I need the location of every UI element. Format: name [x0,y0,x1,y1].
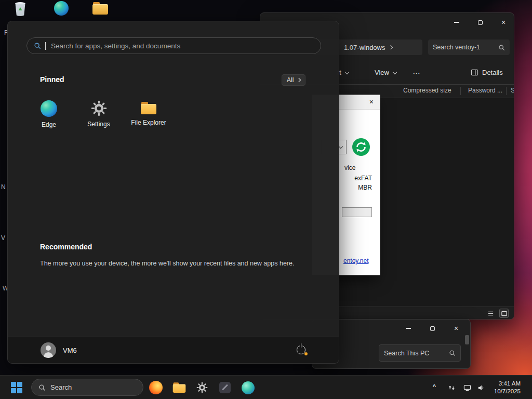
pinned-heading: Pinned [40,75,64,84]
ventoy-website-link[interactable]: entoy.net [343,257,368,264]
progress-bar [342,207,372,217]
gear-icon [196,382,208,393]
device-label-fragment: vice [344,164,355,171]
recycle-bin-glyph [12,0,28,18]
details-button[interactable]: Details [471,69,503,76]
column-divider[interactable] [460,87,461,95]
details-view-toggle-icon[interactable] [486,309,495,318]
maximize-icon [430,326,435,331]
recommended-empty-text: The more you use your device, the more w… [40,260,305,267]
close-button[interactable]: × [496,15,511,30]
tray-network-icon[interactable] [463,383,471,392]
start-menu: Search for apps, settings, and documents… [7,21,339,364]
explorer-search-text: Search ventoy-1 [433,44,480,51]
column-header-password[interactable]: Password ... [468,87,502,94]
minimize-button[interactable] [449,15,464,30]
taskbar-search[interactable]: Search [31,379,143,396]
folder-desktop-icon[interactable] [92,2,108,15]
pc-search-input[interactable]: Search This PC [379,344,461,362]
gear-icon [91,100,107,116]
clock-time: 3:41 AM [494,380,521,388]
tool-icon [219,382,231,393]
taskbar-edge-button[interactable] [238,378,257,397]
view-label: View [375,69,389,76]
windows-logo-icon [11,382,22,393]
tray-volume-icon[interactable] [476,383,485,392]
pinned-app-edge[interactable]: Edge [25,100,72,128]
column-header-size[interactable]: Si [511,87,514,94]
start-button[interactable] [7,378,26,397]
firefox-icon [149,381,163,394]
filesystem-value: exFAT [351,175,372,182]
folder-icon [141,102,156,115]
search-icon [38,384,46,391]
close-icon: × [501,19,506,26]
chevron-right-icon [297,78,301,82]
search-icon [498,44,505,51]
thumbnail-view-toggle-icon[interactable] [499,309,509,318]
start-search-input[interactable]: Search for apps, settings, and documents [26,37,321,54]
pinned-app-label: File Explorer [131,119,166,126]
chevron-right-icon [388,45,392,49]
power-button[interactable] [297,345,306,355]
minimize-icon [454,22,459,22]
refresh-icon [352,138,370,156]
text-cursor [45,42,46,50]
close-button[interactable]: × [449,322,463,335]
search-icon [449,350,456,356]
recommended-heading: Recommended [40,243,92,251]
column-header-compressed-size[interactable]: Compressed size [403,87,451,94]
edge-desktop-icon[interactable] [54,1,69,16]
close-icon: × [454,325,458,332]
taskbar-tool-button[interactable] [216,378,234,397]
taskbar-firefox-button[interactable] [147,378,165,397]
user-avatar-icon [41,342,56,358]
edge-icon [41,100,57,117]
desktop-label-fragment: V [1,234,5,242]
ellipsis-icon: … [413,66,420,75]
taskbar-clock[interactable]: 3:41 AM 10/7/2025 [494,380,521,395]
taskbar-settings-button[interactable] [193,378,211,397]
folder-icon [173,382,186,393]
details-label: Details [482,69,503,76]
minimize-button[interactable] [401,322,416,335]
view-button[interactable]: View [375,69,396,76]
close-icon[interactable]: × [369,98,374,105]
clock-date: 10/7/2025 [494,388,521,395]
chevron-down-icon [393,70,397,74]
pc-search-text: Search This PC [384,350,429,357]
pinned-app-settings[interactable]: Settings [75,100,122,128]
refresh-button[interactable] [352,138,370,156]
pinned-app-file-explorer[interactable]: File Explorer [125,100,172,126]
breadcrumb-item[interactable]: 1.07-windows [344,44,385,51]
maximize-icon [478,20,483,25]
folder-glyph [92,2,108,15]
taskbar-explorer-button[interactable] [170,378,189,397]
maximize-button[interactable] [472,15,488,30]
update-badge [304,352,308,356]
user-name: VM6 [63,347,77,354]
chevron-down-icon [345,70,349,74]
explorer-search-input[interactable]: Search ventoy-1 [428,39,510,55]
pinned-app-label: Edge [42,121,56,128]
maximize-button[interactable] [425,322,440,335]
taskbar: Search ^ [0,375,532,399]
tray-sync-icon[interactable] [447,383,456,392]
all-label: All [287,76,294,84]
recycle-bin-icon[interactable] [12,0,28,18]
start-menu-footer: VM6 [8,336,339,363]
edge-logo [54,1,69,16]
desktop-label-fragment: N [1,183,6,191]
more-button[interactable]: … [413,66,420,75]
start-search-placeholder: Search for apps, settings, and documents [51,42,180,50]
partition-style-value: MBR [351,184,372,191]
desktop: F N V W × 1.07-windows Search ventoy-1 r… [0,0,532,399]
pinned-all-button[interactable]: All [282,74,305,86]
edge-icon [242,381,255,394]
search-icon [34,42,41,49]
toolbar-fragment [465,335,469,344]
tray-chevron-icon[interactable]: ^ [430,383,438,390]
pinned-app-label: Settings [87,121,110,128]
user-button[interactable]: VM6 [41,337,77,364]
column-divider[interactable] [506,87,507,95]
